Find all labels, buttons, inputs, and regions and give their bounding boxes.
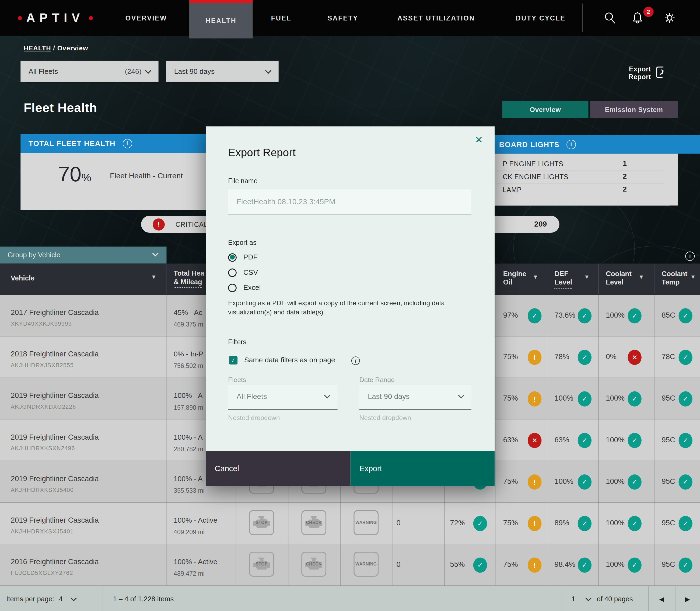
battery-value: 55%	[450, 560, 465, 569]
file-name-input[interactable]	[228, 189, 471, 214]
col-header-engine-oil[interactable]: EngineOil	[503, 270, 526, 287]
header-column-divider	[167, 265, 167, 294]
fleet-filter-value: All Fleets	[29, 68, 58, 75]
next-page-button[interactable]: ▶	[675, 586, 700, 611]
fleet-health-value: 70%	[58, 162, 92, 186]
vehicle-name: 2019 Freightliner Cascadia	[11, 516, 99, 524]
col-header-vehicle[interactable]: Vehicle	[11, 274, 35, 283]
col-header-def-level[interactable]: DEFLevel	[554, 270, 572, 288]
total-health-value: 100% - A	[174, 475, 203, 483]
light-label: LAMP	[503, 186, 521, 193]
engine-oil-status-warn-icon: !	[528, 516, 542, 531]
fleet-filter-dropdown[interactable]: All Fleets (246)	[20, 61, 158, 82]
tab-overview[interactable]: Overview	[502, 101, 588, 118]
export-report-modal: ✕ Export Report File name Export as PDFC…	[206, 126, 494, 486]
export-report-icon	[654, 65, 668, 80]
vehicle-vin: XKYD49XXKJK99999	[11, 320, 72, 327]
mileage-value: 756,502 m	[174, 362, 203, 370]
close-icon[interactable]: ✕	[475, 134, 483, 145]
def-value: 63%	[554, 436, 569, 444]
format-radio-csv[interactable]: CSV	[228, 266, 258, 279]
format-radio-excel[interactable]: Excel	[228, 282, 261, 294]
mileage-value: 280,782 m	[174, 445, 203, 452]
aptiv-logo[interactable]: APTIV	[18, 0, 93, 36]
col-header-coolant-level[interactable]: CoolantLevel	[606, 270, 631, 287]
header-column-divider	[496, 265, 496, 294]
col-header-coolant-temp[interactable]: CoolantTemp	[661, 270, 687, 287]
app-root: APTIV OVERVIEWHEALTHFUELSAFETYASSET UTIL…	[0, 0, 700, 611]
vehicle-name: 2019 Freightliner Cascadia	[11, 391, 99, 400]
total-fleet-health-title: TOTAL FLEET HEALTH	[29, 139, 116, 148]
chevron-down-icon	[585, 595, 591, 601]
coolant-level-status-ok-icon: ✓	[627, 433, 641, 448]
export-as-label: Export as	[228, 238, 256, 246]
cancel-button[interactable]: Cancel	[206, 451, 350, 486]
sort-desc-icon[interactable]: ▼	[151, 273, 156, 280]
dashboard-light-row: P ENGINE LIGHTS1	[468, 158, 665, 170]
engine-oil-status-ok-icon: ✓	[528, 308, 542, 323]
settings-gear-icon[interactable]	[661, 10, 678, 26]
radio-icon	[228, 283, 237, 292]
fleet-filter-count: (246)	[125, 68, 142, 75]
coolant-temp-status-ok-icon: ✓	[679, 557, 692, 572]
light-icon-label: WARNING	[354, 520, 378, 525]
table-info-icon[interactable]: i	[685, 252, 695, 261]
coolant-level-status-ok-icon: ✓	[627, 474, 641, 490]
mileage-value: 469,375 m	[174, 321, 203, 328]
tab-emission-system[interactable]: Emission System	[590, 101, 678, 118]
warning-engine-light-icon: WARNING	[353, 552, 379, 577]
group-by-dropdown[interactable]: Group by Vehicle	[0, 247, 167, 264]
info-icon[interactable]: i	[351, 356, 360, 365]
engine-oil-value: 75%	[503, 394, 518, 403]
export-button[interactable]: Export	[351, 451, 495, 486]
table-row[interactable]: 2019 Freightliner CascadiaAKJHHDRXKSXJ54…	[0, 503, 700, 544]
nav-divider	[582, 3, 583, 32]
def-value: 89%	[554, 519, 569, 527]
search-icon[interactable]	[602, 10, 618, 26]
coolant-level-status-ok-icon: ✓	[627, 516, 641, 531]
info-icon[interactable]: i	[567, 139, 576, 149]
def-status-ok-icon: ✓	[578, 516, 592, 531]
vehicle-vin: AKJHHDRXJSXB2555	[11, 362, 74, 369]
coolant-level-value: 0%	[606, 352, 617, 361]
engine-oil-status-error-icon: ✕	[528, 433, 542, 448]
nav-item-overview[interactable]: OVERVIEW	[118, 0, 174, 36]
modal-date-range-dropdown[interactable]: Last 90 days	[360, 385, 471, 409]
nav-item-duty-cycle[interactable]: DUTY CYCLE	[505, 0, 576, 36]
page-title: Fleet Health	[24, 101, 97, 115]
coolant-level-value: 100%	[606, 477, 625, 486]
sort-desc-icon[interactable]: ▼	[638, 273, 644, 280]
nav-item-safety[interactable]: SAFETY	[320, 0, 366, 36]
info-icon[interactable]: i	[122, 139, 132, 148]
col-header-total-health[interactable]: Total Hea & Mileag	[174, 269, 204, 288]
dashboard-lights-title: BOARD LIGHTS	[499, 140, 560, 149]
coolant-level-value: 100%	[606, 311, 625, 319]
export-report-link[interactable]: Export Report	[629, 65, 668, 80]
breadcrumb-health-link[interactable]: HEALTH	[24, 45, 51, 52]
def-status-ok-icon: ✓	[578, 474, 592, 490]
coolant-temp-value: 85C	[661, 311, 675, 319]
fault-count: 0	[396, 519, 400, 527]
page-select-control[interactable]: 1 of 40 pages	[571, 586, 633, 611]
total-health-value: 100% - Active	[174, 558, 217, 566]
coolant-temp-value: 95C	[661, 560, 675, 569]
format-radio-pdf[interactable]: PDF	[228, 251, 257, 264]
nav-item-asset-utilization[interactable]: ASSET UTILIZATION	[385, 0, 487, 36]
items-per-page-control[interactable]: Items per page: 4	[6, 586, 76, 611]
table-row[interactable]: 2016 Freightliner CascadiaFUJGLD5XGLXY27…	[0, 544, 700, 586]
engine-oil-value: 75%	[503, 560, 518, 569]
sort-desc-icon[interactable]: ▼	[584, 273, 590, 280]
sort-desc-icon[interactable]: ▼	[533, 273, 538, 280]
nav-item-health[interactable]: HEALTH	[189, 0, 253, 39]
modal-fleets-dropdown[interactable]: All Fleets	[228, 385, 337, 409]
date-range-filter-dropdown[interactable]: Last 90 days	[166, 61, 279, 82]
light-value: 2	[623, 185, 627, 193]
column-divider	[654, 295, 654, 585]
export-report-line1: Export	[629, 65, 651, 73]
sort-desc-icon[interactable]: ▼	[690, 273, 696, 280]
same-filters-checkbox[interactable]: ✓	[229, 356, 238, 365]
prev-page-button[interactable]: ◀	[648, 586, 675, 611]
date-filter-value: Last 90 days	[174, 68, 215, 75]
notification-count-badge: 2	[643, 7, 653, 17]
nav-item-fuel[interactable]: FUEL	[263, 0, 299, 36]
